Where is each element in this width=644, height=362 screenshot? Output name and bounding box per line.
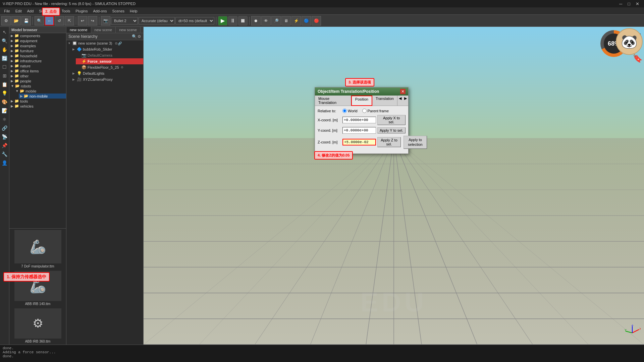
y-input[interactable] <box>342 127 376 134</box>
toolbar-btn-view5[interactable]: 🔵 <box>302 16 311 25</box>
apply-z-button[interactable]: Apply Z to sel. <box>377 137 401 147</box>
tree-item-infrastructure[interactable]: ▶📁infrastructure <box>9 58 66 63</box>
toolbar-btn-rotate[interactable]: ↺ <box>55 16 64 25</box>
left-icon-script[interactable]: 📝 <box>1 107 9 115</box>
model-browser-panel: Model browser ▶📁components ▶📁equipment ▶… <box>9 27 66 345</box>
tree-item-mobile[interactable]: ▼📂mobile <box>14 88 66 94</box>
physics-engine-dropdown[interactable]: Bullet 2 <box>111 17 138 24</box>
tree-item-office[interactable]: ▶📁office items <box>9 68 66 73</box>
tree-item-vehicles[interactable]: ▶📁vehicles <box>9 104 66 109</box>
toolbar-btn-4[interactable]: 🔍 <box>35 16 44 25</box>
apply-x-button[interactable]: Apply X to sel. <box>377 115 406 125</box>
left-icon-zoom[interactable]: 🔍 <box>1 37 9 45</box>
scene-item-force-sensor[interactable]: ⚡ Force_sensor <box>76 58 143 64</box>
z-input[interactable] <box>342 139 376 145</box>
menu-file[interactable]: File <box>1 8 13 14</box>
scene-tab-3[interactable]: new scene <box>116 27 141 33</box>
scene-item-defaultcamera[interactable]: 📷 DefaultCamera <box>76 52 143 58</box>
scene-item-bubblerob[interactable]: ▶ 🔷 bubbleRob_Slider <box>71 46 143 52</box>
toolbar-btn-view4[interactable]: ⚡ <box>291 16 301 25</box>
menu-add[interactable]: Add <box>24 8 37 14</box>
dialog-tab-position[interactable]: Position <box>351 96 372 106</box>
scene-item-floor[interactable]: 📦 FlexibleFloor_5_25 ⚙ <box>76 64 143 70</box>
tree-item-other[interactable]: ▶📁other <box>9 73 66 78</box>
accuracy-dropdown[interactable]: Accurate (defau <box>139 17 175 24</box>
dialog-prev-icon[interactable]: ◀ <box>397 96 403 106</box>
menu-help[interactable]: Help <box>127 8 140 14</box>
left-icon-cursor[interactable]: ↖ <box>1 28 9 36</box>
left-icon-user[interactable]: 👤 <box>1 159 9 167</box>
scene-filter-icon[interactable]: ⚙ <box>138 34 141 39</box>
y-label: Y-coord. [m] <box>318 128 341 132</box>
dialog-close-button[interactable]: ✕ <box>400 89 406 94</box>
toolbar-btn-redo[interactable]: ↪ <box>88 16 97 25</box>
tree-item-equipment[interactable]: ▶📁equipment <box>9 38 66 43</box>
tree-item-nature[interactable]: ▶📁nature <box>9 63 66 68</box>
tree-item-non-mobile[interactable]: ▶📂non-mobile <box>19 94 66 99</box>
toolbar-btn-2[interactable]: 📂 <box>11 16 21 25</box>
left-icon-light[interactable]: 💡 <box>1 89 9 97</box>
toolbar-btn-view1[interactable]: 👁 <box>261 16 271 25</box>
menu-addons[interactable]: Add-ons <box>90 8 109 14</box>
toolbar-btn-view3[interactable]: 🖥 <box>281 16 291 25</box>
dialog-next-icon[interactable]: ▶ <box>403 96 408 106</box>
toolbar-btn-scale[interactable]: ⇱ <box>65 16 74 25</box>
left-icon-pan[interactable]: ✋ <box>1 46 9 54</box>
apply-y-button[interactable]: Apply Y to sel. <box>377 127 406 133</box>
tree-item-robots[interactable]: ▼📂robots <box>9 83 66 88</box>
menu-scenes[interactable]: Scenes <box>109 8 127 14</box>
toolbar-btn-view2[interactable]: 🔎 <box>271 16 281 25</box>
left-icon-path[interactable]: 📌 <box>1 141 9 149</box>
toolbar-btn-view6[interactable]: 🔴 <box>312 16 321 25</box>
left-icon-grid[interactable]: ⊞ <box>1 72 9 80</box>
left-icon-physics[interactable]: ⚛ <box>1 115 9 123</box>
tree-item-household[interactable]: ▶📁household <box>9 53 66 58</box>
titlebar-controls: ─ □ ✕ <box>617 1 641 7</box>
pause-button[interactable]: ⏸ <box>228 16 237 25</box>
parent-radio[interactable]: Parent frame <box>362 109 389 113</box>
thumb-7dof[interactable]: 🦾 7 DoF manipulator.ttm <box>9 229 66 269</box>
viewport[interactable]: Force_sensor ⚡ EDU 68% ▲ 0.1k/s ▲ 1.3k/s… <box>144 27 644 345</box>
dialog-tab-mouse[interactable]: Mouse Translation <box>315 96 351 106</box>
x-input[interactable] <box>342 117 376 123</box>
thumb-abb360[interactable]: ⚙ ABB IRB 360.ttm <box>9 307 66 345</box>
left-icon-material[interactable]: 🎨 <box>1 98 9 106</box>
minimize-button[interactable]: ─ <box>617 1 624 7</box>
toolbar-btn-1[interactable]: ⚙ <box>1 16 11 25</box>
toolbar-btn-undo[interactable]: ↩ <box>78 16 87 25</box>
scene-tab-1[interactable]: new scene <box>66 27 91 33</box>
play-button[interactable]: ▶ <box>218 16 227 25</box>
menu-plugins[interactable]: Plugins <box>73 8 90 14</box>
timestep-dropdown[interactable]: dt=50 ms (default <box>175 17 214 24</box>
toolbar-btn-3[interactable]: 💾 <box>21 16 31 25</box>
apply-selection-button[interactable]: Apply toselection <box>404 136 427 149</box>
left-icon-joint[interactable]: 🔗 <box>1 124 9 132</box>
tree-item-furniture[interactable]: ▶📁furniture <box>9 48 66 53</box>
dialog-tab-translation[interactable]: Translation <box>372 96 397 106</box>
left-icon-sensor[interactable]: 📡 <box>1 133 9 141</box>
menu-tools[interactable]: Tools <box>59 8 73 14</box>
left-icon-rotate[interactable]: 🔄 <box>1 54 9 62</box>
tree-item-examples[interactable]: ▶📁examples <box>9 43 66 48</box>
toolbar-btn-translate[interactable]: ↔ 2. 点击 <box>45 16 54 25</box>
stop-button[interactable]: ⏹ <box>238 16 248 25</box>
scene-item-new-scene[interactable]: ▼ 🔲 new scene (scene 3) ⚙🔗 <box>66 40 143 46</box>
maximize-button[interactable]: □ <box>626 1 632 7</box>
close-button[interactable]: ✕ <box>634 1 641 7</box>
toolbar-btn-camera[interactable]: 📷 <box>101 16 110 25</box>
left-icon-select[interactable]: ☐ <box>1 63 9 71</box>
scene-search-icon[interactable]: 🔍 <box>132 34 137 39</box>
menu-edit[interactable]: Edit <box>13 8 24 14</box>
bookmark-icon[interactable]: 🔖 <box>633 54 643 63</box>
left-icon-assembly[interactable]: 🔧 <box>1 150 9 158</box>
scene-tab-2[interactable]: new scene <box>91 27 116 33</box>
scene-item-defaultlights[interactable]: ▶ 💡 DefaultLights <box>71 70 143 76</box>
world-radio[interactable]: World <box>342 109 358 113</box>
left-icon-layers[interactable]: 📋 <box>1 80 9 88</box>
tree-item-people[interactable]: ▶📁people <box>9 78 66 83</box>
toolbar-btn-record[interactable]: ⏺ <box>251 16 261 25</box>
scene-item-xyzcameraproxy[interactable]: ▶ 🎥 XYZCameraProxy <box>71 76 143 82</box>
scene-header-btns: 🔍 ⚙ <box>132 34 141 39</box>
tree-item-tools[interactable]: ▶📁tools <box>9 99 66 104</box>
tree-item-components[interactable]: ▶📁components <box>9 33 66 38</box>
